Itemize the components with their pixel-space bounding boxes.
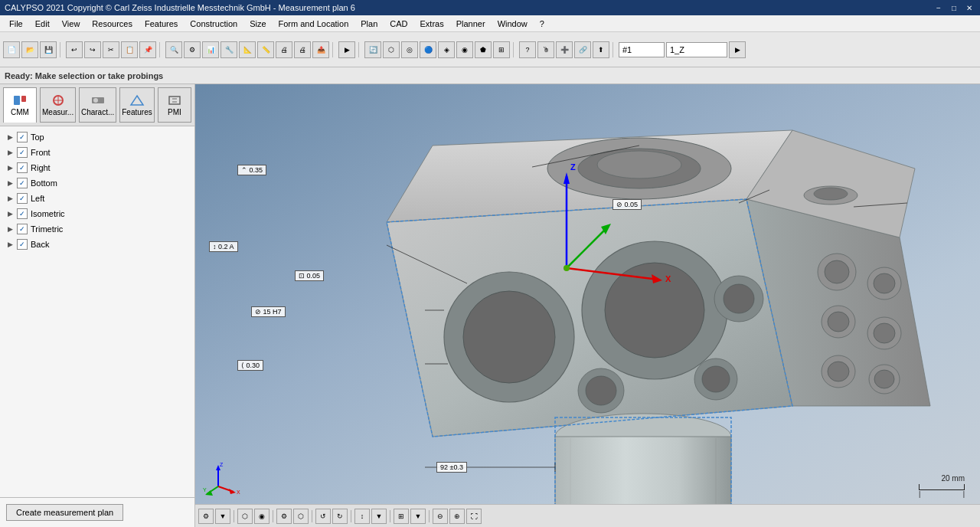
menu-item-?[interactable]: ? bbox=[534, 18, 550, 30]
tb-run[interactable]: ▶ bbox=[729, 41, 746, 58]
bt-rotate-right[interactable]: ↻ bbox=[332, 509, 348, 524]
tb-btn6[interactable]: 🔍 bbox=[165, 41, 182, 58]
create-measurement-plan-button[interactable]: Create measurement plan bbox=[6, 504, 123, 521]
tb-help[interactable]: ? bbox=[519, 41, 536, 58]
tree-expand-5[interactable]: ▶ bbox=[6, 210, 14, 218]
bt-rotate-left[interactable]: ↺ bbox=[315, 509, 331, 524]
menu-item-plan[interactable]: Plan bbox=[354, 18, 384, 30]
menu-item-form-and-location[interactable]: Form and Location bbox=[273, 18, 355, 30]
tree-item-bottom[interactable]: ▶✓Bottom bbox=[0, 175, 194, 191]
bt-fullscreen[interactable]: ⛶ bbox=[466, 509, 482, 524]
tb-btn7[interactable]: ⚙ bbox=[184, 41, 201, 58]
tb-btn13[interactable]: 🖨 bbox=[294, 41, 311, 58]
mode-tab-pmi[interactable]: PMI bbox=[158, 87, 191, 123]
tb-btn20[interactable]: ◈ bbox=[438, 41, 455, 58]
menu-item-resources[interactable]: Resources bbox=[86, 18, 139, 30]
tb-btn9[interactable]: 🔧 bbox=[220, 41, 237, 58]
tree-check-1[interactable]: ✓ bbox=[17, 147, 28, 158]
tree-item-front[interactable]: ▶✓Front bbox=[0, 145, 194, 160]
menu-item-planner[interactable]: Planner bbox=[450, 18, 492, 30]
bt-zoom-fit[interactable]: ⊞ bbox=[394, 509, 409, 524]
tb-btn26[interactable]: ➕ bbox=[556, 41, 573, 58]
tb-btn17[interactable]: ⬡ bbox=[383, 41, 400, 58]
mode-tab-features[interactable]: Features bbox=[119, 87, 155, 123]
tree-check-6[interactable]: ✓ bbox=[17, 224, 28, 234]
tree-check-4[interactable]: ✓ bbox=[17, 193, 28, 204]
tb-btn23[interactable]: ⊞ bbox=[493, 41, 510, 58]
bt-btn2[interactable]: ◉ bbox=[254, 509, 270, 524]
tb-save[interactable]: 💾 bbox=[40, 41, 57, 58]
tb-btn12[interactable]: 🖨 bbox=[276, 41, 292, 58]
tree-item-isometric[interactable]: ▶✓Isometric bbox=[0, 206, 194, 221]
tree-expand-4[interactable]: ▶ bbox=[6, 195, 14, 202]
tb-btn8[interactable]: 📊 bbox=[202, 41, 219, 58]
menu-item-file[interactable]: File bbox=[3, 18, 29, 30]
dropdown-axis[interactable]: 1_Z bbox=[666, 42, 727, 57]
tb-btn3[interactable]: ✂ bbox=[103, 41, 119, 58]
bt-btn1[interactable]: ⬡ bbox=[237, 509, 253, 524]
bt-zoom-out[interactable]: ⊖ bbox=[433, 509, 448, 524]
tb-btn27[interactable]: 🔗 bbox=[574, 41, 591, 58]
mode-tab-measur[interactable]: Measur... bbox=[40, 87, 76, 123]
tb-btn4[interactable]: 📋 bbox=[121, 41, 138, 58]
tree-check-3[interactable]: ✓ bbox=[17, 178, 28, 188]
tree-expand-0[interactable]: ▶ bbox=[6, 133, 14, 141]
viewport-3d[interactable]: Z X ⌃ 0.35 ↕ 0.2 A ⊘ 15 H7 ⟨ 0.30 ⊡ 0.05… bbox=[195, 84, 980, 527]
tb-open[interactable]: 📂 bbox=[21, 41, 38, 58]
tb-redo[interactable]: ↪ bbox=[84, 41, 101, 58]
tb-btn19[interactable]: 🔵 bbox=[420, 41, 436, 58]
tree-item-left[interactable]: ▶✓Left bbox=[0, 191, 194, 206]
tb-btn28[interactable]: ⬆ bbox=[593, 41, 609, 58]
bt-cube[interactable]: ⬡ bbox=[293, 509, 309, 524]
bt-dropdown2[interactable]: ▼ bbox=[371, 509, 387, 524]
menu-item-cad[interactable]: CAD bbox=[384, 18, 413, 30]
mode-tab-cmm[interactable]: CMM bbox=[3, 87, 37, 123]
menu-item-view[interactable]: View bbox=[56, 18, 87, 30]
tree-expand-6[interactable]: ▶ bbox=[6, 225, 14, 233]
bt-zoom-in[interactable]: ⊕ bbox=[449, 509, 465, 524]
tree-expand-3[interactable]: ▶ bbox=[6, 179, 14, 187]
tree-item-trimetric[interactable]: ▶✓Trimetric bbox=[0, 221, 194, 237]
menu-item-construction[interactable]: Construction bbox=[184, 18, 243, 30]
tree-check-2[interactable]: ✓ bbox=[17, 162, 28, 173]
tree-expand-2[interactable]: ▶ bbox=[6, 164, 14, 172]
close-button[interactable]: ✕ bbox=[963, 2, 975, 14]
bt-dropdown1[interactable]: ▼ bbox=[215, 509, 230, 524]
mode-tab-charact[interactable]: Charact... bbox=[79, 87, 116, 123]
bt-settings[interactable]: ⚙ bbox=[198, 509, 214, 524]
titlebar: CALYPSO 2021 Copyright © Carl Zeiss Indu… bbox=[0, 0, 980, 15]
maximize-button[interactable]: □ bbox=[948, 2, 960, 14]
bt-btn3[interactable]: ⚙ bbox=[276, 509, 292, 524]
tree-check-5[interactable]: ✓ bbox=[17, 208, 28, 219]
scale-end: | bbox=[963, 490, 965, 498]
tree-check-7[interactable]: ✓ bbox=[17, 239, 28, 250]
tree-item-right[interactable]: ▶✓Right bbox=[0, 160, 194, 175]
tb-btn15[interactable]: ▶ bbox=[338, 41, 355, 58]
tb-btn25[interactable]: 🖱 bbox=[537, 41, 554, 58]
tb-btn18[interactable]: ◎ bbox=[401, 41, 418, 58]
tb-btn16[interactable]: 🔄 bbox=[364, 41, 381, 58]
tree-item-top[interactable]: ▶✓Top bbox=[0, 129, 194, 145]
tree-expand-1[interactable]: ▶ bbox=[6, 149, 14, 156]
menu-item-features[interactable]: Features bbox=[139, 18, 184, 30]
minimize-button[interactable]: − bbox=[933, 2, 945, 14]
tb-btn22[interactable]: ⬟ bbox=[475, 41, 492, 58]
tb-btn5[interactable]: 📌 bbox=[139, 41, 156, 58]
tb-undo[interactable]: ↩ bbox=[66, 41, 83, 58]
menu-item-window[interactable]: Window bbox=[492, 18, 534, 30]
bt-dropdown3[interactable]: ▼ bbox=[410, 509, 426, 524]
tree-item-back[interactable]: ▶✓Back bbox=[0, 237, 194, 252]
tb-btn11[interactable]: 📏 bbox=[257, 41, 274, 58]
tree-check-0[interactable]: ✓ bbox=[17, 132, 28, 142]
dropdown-num[interactable]: #1 bbox=[619, 42, 665, 57]
tree-panel[interactable]: ▶✓Top▶✓Front▶✓Right▶✓Bottom▶✓Left▶✓Isome… bbox=[0, 126, 194, 497]
menu-item-edit[interactable]: Edit bbox=[29, 18, 56, 30]
menu-item-size[interactable]: Size bbox=[243, 18, 272, 30]
menu-item-extras[interactable]: Extras bbox=[414, 18, 450, 30]
tb-new[interactable]: 📄 bbox=[3, 41, 20, 58]
tb-btn10[interactable]: 📐 bbox=[239, 41, 256, 58]
bt-pan[interactable]: ↕ bbox=[354, 509, 370, 524]
tb-btn21[interactable]: ◉ bbox=[456, 41, 473, 58]
tb-btn14[interactable]: 📤 bbox=[312, 41, 329, 58]
tree-expand-7[interactable]: ▶ bbox=[6, 241, 14, 248]
